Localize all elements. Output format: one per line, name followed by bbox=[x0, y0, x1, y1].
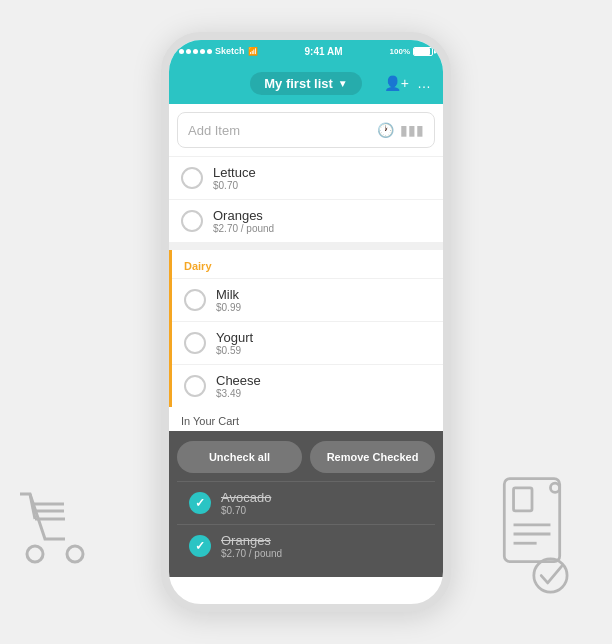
list-item[interactable]: Yogurt $0.59 bbox=[172, 321, 443, 364]
chevron-down-icon: ▼ bbox=[338, 78, 348, 89]
add-item-icons: 🕐 ▮▮▮ bbox=[377, 122, 424, 138]
item-checkbox-oranges[interactable] bbox=[181, 210, 203, 232]
produce-section: Lettuce $0.70 Oranges $2.70 / pound bbox=[169, 156, 443, 242]
item-checkbox-lettuce[interactable] bbox=[181, 167, 203, 189]
section-divider bbox=[169, 242, 443, 250]
battery-icon bbox=[413, 47, 433, 56]
add-person-icon[interactable]: 👤+ bbox=[384, 75, 409, 91]
status-left: Sketch 📶 bbox=[179, 46, 258, 56]
barcode-icon[interactable]: ▮▮▮ bbox=[400, 122, 424, 138]
checked-item[interactable]: ✓ Avocado $0.70 bbox=[177, 481, 435, 524]
phone-shell: Sketch 📶 9:41 AM 100% My first list ▼ 👤+… bbox=[161, 32, 451, 612]
svg-point-8 bbox=[550, 483, 559, 492]
cart-section: In Your Cart bbox=[169, 407, 443, 431]
checked-circle-oranges: ✓ bbox=[189, 535, 211, 557]
checked-item-name-avocado: Avocado bbox=[221, 490, 271, 505]
item-price-yogurt: $0.59 bbox=[216, 345, 253, 356]
item-name-milk: Milk bbox=[216, 287, 241, 302]
item-name-lettuce: Lettuce bbox=[213, 165, 256, 180]
header-icons: 👤+ … bbox=[384, 75, 431, 91]
dairy-label: Dairy bbox=[184, 260, 212, 272]
svg-point-1 bbox=[67, 546, 83, 562]
item-price-lettuce: $0.70 bbox=[213, 180, 256, 191]
list-title-button[interactable]: My first list ▼ bbox=[250, 72, 362, 95]
svg-point-0 bbox=[27, 546, 43, 562]
time-display: 9:41 AM bbox=[305, 46, 343, 57]
list-scroll[interactable]: Lettuce $0.70 Oranges $2.70 / pound Dair… bbox=[169, 156, 443, 604]
item-checkbox-yogurt[interactable] bbox=[184, 332, 206, 354]
cart-header-label: In Your Cart bbox=[169, 407, 443, 431]
checkmark-icon: ✓ bbox=[195, 539, 205, 553]
status-right: 100% bbox=[390, 47, 433, 56]
list-item[interactable]: Lettuce $0.70 bbox=[169, 156, 443, 199]
checked-item[interactable]: ✓ Oranges $2.70 / pound bbox=[177, 524, 435, 567]
signal-dots bbox=[179, 49, 212, 54]
list-item[interactable]: Milk $0.99 bbox=[172, 278, 443, 321]
checked-item-info-oranges: Oranges $2.70 / pound bbox=[221, 533, 282, 559]
uncheck-all-button[interactable]: Uncheck all bbox=[177, 441, 302, 473]
add-item-bar[interactable]: Add Item 🕐 ▮▮▮ bbox=[177, 112, 435, 148]
cart-actions: Uncheck all Remove Checked bbox=[177, 441, 435, 473]
item-price-cheese: $3.49 bbox=[216, 388, 261, 399]
item-info-cheese: Cheese $3.49 bbox=[216, 373, 261, 399]
item-info-oranges: Oranges $2.70 / pound bbox=[213, 208, 274, 234]
checkmark-icon: ✓ bbox=[195, 496, 205, 510]
item-info-yogurt: Yogurt $0.59 bbox=[216, 330, 253, 356]
list-name-label: My first list bbox=[264, 76, 333, 91]
checked-circle-avocado: ✓ bbox=[189, 492, 211, 514]
status-bar: Sketch 📶 9:41 AM 100% bbox=[169, 40, 443, 62]
history-icon[interactable]: 🕐 bbox=[377, 122, 394, 138]
list-item[interactable]: Oranges $2.70 / pound bbox=[169, 199, 443, 242]
dairy-section: Dairy Milk $0.99 Yogurt $0.59 bbox=[169, 250, 443, 407]
battery-fill bbox=[414, 48, 430, 55]
dairy-section-header: Dairy bbox=[172, 250, 443, 278]
remove-checked-button[interactable]: Remove Checked bbox=[310, 441, 435, 473]
carrier-label: Sketch bbox=[215, 46, 245, 56]
checked-item-name-oranges: Oranges bbox=[221, 533, 282, 548]
add-item-placeholder: Add Item bbox=[188, 123, 371, 138]
item-info-milk: Milk $0.99 bbox=[216, 287, 241, 313]
list-item[interactable]: Cheese $3.49 bbox=[172, 364, 443, 407]
item-name-oranges: Oranges bbox=[213, 208, 274, 223]
cart-footer: Uncheck all Remove Checked ✓ Avocado $0.… bbox=[169, 431, 443, 577]
item-name-yogurt: Yogurt bbox=[216, 330, 253, 345]
item-info-lettuce: Lettuce $0.70 bbox=[213, 165, 256, 191]
item-checkbox-cheese[interactable] bbox=[184, 375, 206, 397]
checked-item-info-avocado: Avocado $0.70 bbox=[221, 490, 271, 516]
item-price-oranges: $2.70 / pound bbox=[213, 223, 274, 234]
wifi-icon: 📶 bbox=[248, 47, 258, 56]
svg-rect-7 bbox=[514, 488, 532, 511]
checked-item-price-avocado: $0.70 bbox=[221, 505, 271, 516]
more-icon[interactable]: … bbox=[417, 75, 431, 91]
item-checkbox-milk[interactable] bbox=[184, 289, 206, 311]
item-name-cheese: Cheese bbox=[216, 373, 261, 388]
item-price-milk: $0.99 bbox=[216, 302, 241, 313]
svg-point-12 bbox=[534, 559, 567, 592]
battery-label: 100% bbox=[390, 47, 410, 56]
header-nav: My first list ▼ 👤+ … bbox=[169, 62, 443, 104]
checked-item-price-oranges: $2.70 / pound bbox=[221, 548, 282, 559]
